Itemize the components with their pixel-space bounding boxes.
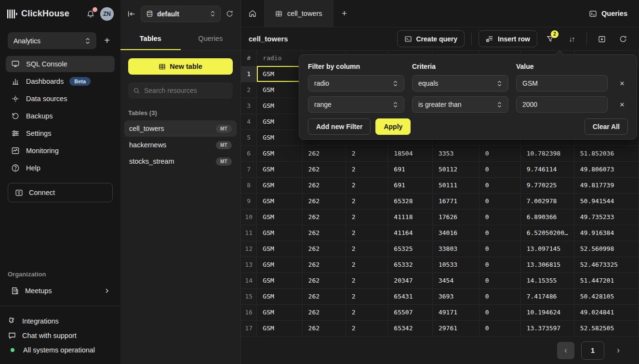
filter-icon[interactable]: 2 bbox=[542, 31, 559, 47]
data-cell[interactable]: 50.941544 bbox=[574, 193, 639, 209]
row-number-cell[interactable]: 8 bbox=[241, 177, 257, 193]
data-cell[interactable]: 52.4673325 bbox=[574, 257, 639, 273]
data-cell[interactable]: 2 bbox=[346, 273, 388, 288]
add-workspace-button[interactable]: + bbox=[101, 35, 113, 47]
integrations-link[interactable]: Integrations bbox=[0, 314, 120, 328]
data-cell[interactable]: 3693 bbox=[432, 288, 479, 304]
row-number-cell[interactable]: 15 bbox=[241, 288, 257, 304]
home-icon[interactable] bbox=[241, 0, 264, 27]
sidebar-item-data-sources[interactable]: Data sources bbox=[6, 91, 115, 107]
avatar[interactable]: ZN bbox=[100, 7, 114, 21]
grid-column-header[interactable]: radio bbox=[257, 51, 302, 66]
data-cell[interactable]: 65342 bbox=[388, 320, 433, 336]
data-cell[interactable]: 50111 bbox=[432, 177, 479, 193]
search-resources-box[interactable] bbox=[128, 82, 233, 99]
data-cell[interactable]: GSM bbox=[257, 320, 302, 336]
sidebar-item-sql-console[interactable]: SQL Console bbox=[6, 56, 115, 72]
data-cell[interactable]: 65431 bbox=[388, 288, 433, 304]
data-cell[interactable]: 50.428105 bbox=[574, 288, 639, 304]
row-number-cell[interactable]: 5 bbox=[241, 130, 257, 145]
sidebar-item-meetups[interactable]: Meetups bbox=[6, 283, 115, 299]
data-cell[interactable]: 0 bbox=[479, 193, 520, 209]
sidebar-item-settings[interactable]: Settings bbox=[6, 125, 115, 142]
data-cell[interactable]: 262 bbox=[302, 288, 346, 304]
data-cell[interactable]: 29761 bbox=[432, 320, 479, 336]
table-list-item-stocks-stream[interactable]: stocks_stream MT bbox=[124, 153, 237, 169]
data-cell[interactable]: 50112 bbox=[432, 161, 479, 177]
data-cell[interactable]: GSM bbox=[257, 304, 302, 320]
data-cell[interactable]: 41118 bbox=[388, 209, 433, 225]
data-cell[interactable]: 2 bbox=[346, 304, 388, 320]
data-cell[interactable]: 262 bbox=[302, 177, 346, 193]
data-cell[interactable]: GSM bbox=[257, 241, 302, 257]
connect-button[interactable]: Connect bbox=[8, 183, 113, 202]
new-tab-button[interactable]: + bbox=[333, 0, 356, 27]
data-cell[interactable]: 49.024841 bbox=[574, 304, 639, 320]
filter-column-select-1[interactable]: radio bbox=[308, 75, 404, 91]
collapse-panel-icon[interactable] bbox=[127, 10, 136, 18]
refresh-table-icon[interactable] bbox=[615, 31, 631, 47]
row-number-cell[interactable]: 1 bbox=[241, 66, 257, 82]
filter-criteria-select-1[interactable]: equals bbox=[412, 75, 508, 91]
tab-cell-towers[interactable]: cell_towers bbox=[264, 0, 333, 27]
download-icon[interactable] bbox=[594, 31, 610, 47]
data-cell[interactable]: GSM bbox=[257, 161, 302, 177]
data-cell[interactable]: 262 bbox=[302, 257, 346, 273]
remove-filter-2-icon[interactable]: ✕ bbox=[615, 98, 629, 111]
prev-page-button[interactable]: ‹ bbox=[557, 342, 574, 359]
remove-filter-1-icon[interactable]: ✕ bbox=[615, 77, 629, 90]
create-query-button[interactable]: Create query bbox=[397, 30, 465, 47]
row-number-cell[interactable]: 10 bbox=[241, 209, 257, 225]
grid-column-header[interactable]: # bbox=[241, 51, 257, 66]
data-cell[interactable]: 10.782398 bbox=[520, 145, 574, 161]
current-page-button[interactable]: 1 bbox=[581, 341, 604, 360]
sidebar-item-monitoring[interactable]: Monitoring bbox=[6, 143, 115, 159]
table-list-item-hackernews[interactable]: hackernews MT bbox=[124, 137, 237, 153]
data-cell[interactable]: 41164 bbox=[388, 225, 433, 241]
data-cell[interactable]: 49171 bbox=[432, 304, 479, 320]
data-cell[interactable]: 0 bbox=[479, 241, 520, 257]
filter-column-select-2[interactable]: range bbox=[308, 96, 404, 113]
filter-value-input-2[interactable]: 2000 bbox=[516, 96, 608, 113]
data-cell[interactable]: 262 bbox=[302, 161, 346, 177]
data-cell[interactable]: 0 bbox=[479, 273, 520, 288]
clear-all-filters-button[interactable]: Clear All bbox=[585, 118, 628, 135]
data-cell[interactable]: 9.746114 bbox=[520, 161, 574, 177]
data-cell[interactable]: 13.373597 bbox=[520, 320, 574, 336]
row-number-cell[interactable]: 17 bbox=[241, 320, 257, 336]
data-cell[interactable]: 14.15355 bbox=[520, 273, 574, 288]
data-cell[interactable]: 49.817739 bbox=[574, 177, 639, 193]
system-status[interactable]: All systems operational bbox=[0, 343, 120, 357]
data-cell[interactable]: 2 bbox=[346, 320, 388, 336]
data-cell[interactable]: 52.582505 bbox=[574, 320, 639, 336]
data-cell[interactable]: 0 bbox=[479, 288, 520, 304]
row-number-cell[interactable]: 11 bbox=[241, 225, 257, 241]
data-cell[interactable]: 2 bbox=[346, 193, 388, 209]
data-cell[interactable]: GSM bbox=[257, 82, 302, 98]
sidebar-item-backups[interactable]: Backups bbox=[6, 108, 115, 124]
data-cell[interactable]: GSM bbox=[257, 273, 302, 288]
data-cell[interactable]: 65328 bbox=[388, 193, 433, 209]
row-number-cell[interactable]: 12 bbox=[241, 241, 257, 257]
add-new-filter-button[interactable]: Add new Filter bbox=[308, 118, 371, 135]
data-cell[interactable]: 9.770225 bbox=[520, 177, 574, 193]
search-resources-input[interactable] bbox=[144, 87, 228, 94]
data-cell[interactable]: 2 bbox=[346, 209, 388, 225]
data-cell[interactable]: 0 bbox=[479, 225, 520, 241]
queries-button[interactable]: Queries bbox=[577, 0, 639, 27]
data-cell[interactable]: 6.52050200… bbox=[520, 225, 574, 241]
data-cell[interactable]: 2 bbox=[346, 145, 388, 161]
data-cell[interactable]: 0 bbox=[479, 320, 520, 336]
data-cell[interactable]: GSM bbox=[257, 130, 302, 145]
sidebar-item-dashboards[interactable]: Dashboards Beta bbox=[6, 73, 115, 90]
data-cell[interactable]: 0 bbox=[479, 304, 520, 320]
data-cell[interactable]: 262 bbox=[302, 145, 346, 161]
data-cell[interactable]: 2 bbox=[346, 241, 388, 257]
sidebar-item-help[interactable]: Help bbox=[6, 160, 115, 176]
data-cell[interactable]: 18504 bbox=[388, 145, 433, 161]
data-cell[interactable]: GSM bbox=[257, 66, 302, 82]
data-cell[interactable]: 13.097145 bbox=[520, 241, 574, 257]
refresh-panel-icon[interactable] bbox=[226, 10, 234, 18]
data-cell[interactable]: 0 bbox=[479, 177, 520, 193]
data-cell[interactable]: 0 bbox=[479, 145, 520, 161]
